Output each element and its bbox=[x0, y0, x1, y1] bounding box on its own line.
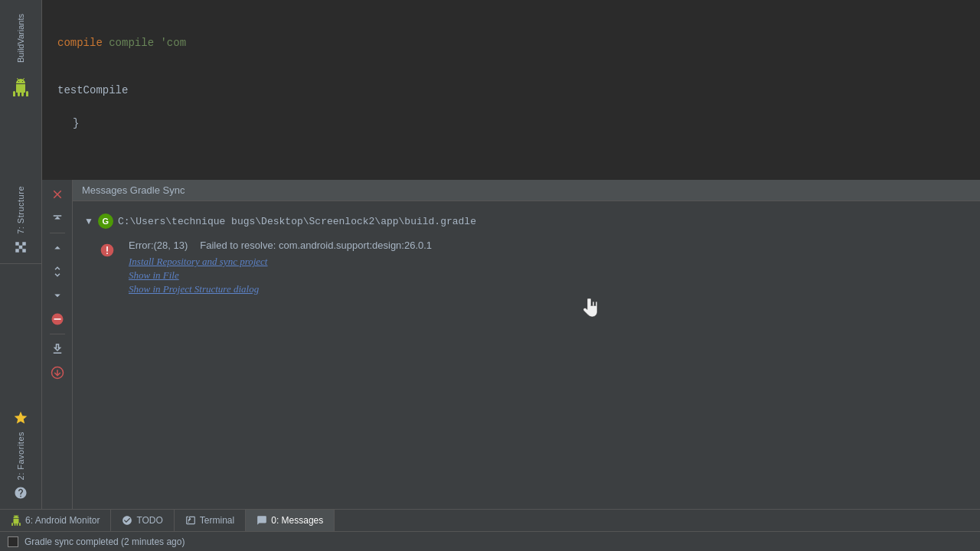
file-path-text: C:\Users\technique bugs\Desktop\Screenlo… bbox=[118, 216, 476, 227]
export-button[interactable] bbox=[47, 338, 68, 360]
svg-rect-0 bbox=[53, 215, 61, 217]
error-location: Error:(28, 13) bbox=[129, 240, 188, 251]
left-panel: 7: Structure 2: Favorites bbox=[0, 180, 42, 509]
tab-todo-label: TODO bbox=[136, 515, 162, 526]
todo-tab-icon bbox=[122, 515, 132, 526]
messages-tab-icon bbox=[256, 515, 267, 526]
tab-android-monitor-label: 6: Android Monitor bbox=[25, 515, 100, 526]
svg-rect-6 bbox=[106, 253, 108, 254]
file-path-row: ▼ G C:\Users\technique bugs\Desktop\Scre… bbox=[84, 210, 969, 232]
messages-header: Messages Gradle Sync bbox=[73, 180, 980, 201]
error-filter-button[interactable] bbox=[47, 308, 68, 330]
tab-messages[interactable]: 0: Messages bbox=[246, 510, 335, 531]
compile-string: compile 'com bbox=[109, 37, 186, 49]
messages-content: ▼ G C:\Users\technique bugs\Desktop\Scre… bbox=[73, 201, 980, 509]
install-repo-link[interactable]: Install Repository and sync project bbox=[129, 256, 432, 268]
status-line: Gradle sync completed (2 minutes ago) bbox=[0, 532, 980, 551]
tab-messages-label: 0: Messages bbox=[271, 515, 323, 526]
error-icon-col bbox=[100, 240, 115, 297]
collapse-all-button[interactable] bbox=[47, 261, 68, 282]
scroll-down-button[interactable] bbox=[47, 285, 68, 306]
tabs-bar: 6: Android Monitor TODO Terminal 0: Mess… bbox=[0, 510, 980, 532]
scroll-top-button[interactable] bbox=[47, 207, 68, 229]
status-bar: 6: Android Monitor TODO Terminal 0: Mess… bbox=[0, 509, 980, 551]
import-button[interactable] bbox=[47, 362, 68, 383]
favorites-section: 2: Favorites bbox=[0, 404, 41, 509]
messages-title: Messages Gradle Sync bbox=[82, 184, 185, 196]
tab-terminal[interactable]: Terminal bbox=[175, 510, 246, 531]
error-message: Failed to resolve: com.android.support:d… bbox=[200, 240, 432, 251]
tab-todo[interactable]: TODO bbox=[111, 510, 174, 531]
status-text: Gradle sync completed (2 minutes ago) bbox=[24, 536, 185, 547]
favorites-label: 2: Favorites bbox=[16, 432, 25, 480]
scroll-up-button[interactable] bbox=[47, 237, 68, 259]
compile-keyword: compile bbox=[57, 37, 109, 49]
build-variants-label: BuildVariants bbox=[16, 14, 25, 63]
test-compile-text: testCompile bbox=[57, 84, 128, 96]
help-icon bbox=[14, 486, 28, 503]
error-content: Error:(28, 13) Failed to resolve: com.an… bbox=[129, 240, 432, 297]
clear-button[interactable] bbox=[47, 184, 68, 205]
svg-rect-2 bbox=[54, 318, 60, 320]
closing-brace: } bbox=[73, 117, 79, 129]
gradle-icon: G bbox=[98, 214, 113, 229]
android-icon-top bbox=[11, 78, 30, 99]
error-icon bbox=[100, 243, 115, 258]
structure-icon bbox=[14, 240, 28, 257]
tab-terminal-label: Terminal bbox=[200, 515, 234, 526]
status-checkbox[interactable] bbox=[8, 536, 18, 547]
toolbar-buttons bbox=[42, 180, 73, 509]
structure-label: 7: Structure bbox=[16, 186, 25, 234]
collapse-chevron[interactable]: ▼ bbox=[84, 216, 93, 227]
code-editor: compile compile 'com testCompile } bbox=[42, 0, 980, 180]
messages-panel: Messages Gradle Sync ▼ G C:\Users\techni… bbox=[73, 180, 980, 509]
error-row-inline: Error:(28, 13) Failed to resolve: com.an… bbox=[129, 240, 432, 256]
structure-section: 7: Structure bbox=[0, 180, 41, 264]
terminal-tab-icon bbox=[185, 515, 196, 526]
star-icon bbox=[13, 410, 28, 429]
svg-rect-5 bbox=[106, 246, 108, 252]
code-content: compile compile 'com testCompile } bbox=[42, 0, 980, 143]
show-in-project-link[interactable]: Show in Project Structure dialog bbox=[129, 283, 432, 295]
android-tab-icon bbox=[11, 515, 21, 526]
error-section: Error:(28, 13) Failed to resolve: com.an… bbox=[84, 240, 969, 297]
tab-android-monitor[interactable]: 6: Android Monitor bbox=[0, 510, 111, 531]
show-in-file-link[interactable]: Show in File bbox=[129, 269, 432, 282]
build-variants-sidebar: BuildVariants bbox=[0, 0, 42, 180]
